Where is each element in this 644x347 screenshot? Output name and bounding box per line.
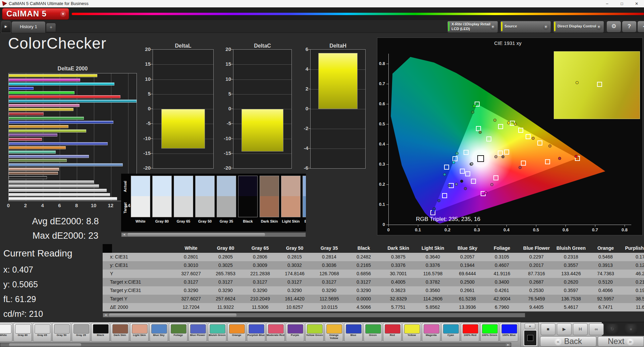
cie-target-square bbox=[493, 175, 498, 180]
scroll-right-icon[interactable]: ► bbox=[506, 343, 511, 346]
calman-logo-text: CalMAN 5 bbox=[6, 9, 47, 18]
meter-status-indicator bbox=[448, 22, 449, 31]
gridline bbox=[153, 64, 213, 65]
deltae-bar-blue-flower bbox=[9, 155, 89, 158]
table-cell: 0.2806 bbox=[243, 254, 277, 259]
cie-y-tick-label: 0.7 bbox=[373, 81, 385, 86]
deltae-bar-100-cyan bbox=[9, 82, 114, 85]
cie-target-square bbox=[471, 179, 476, 184]
patch-color-chip bbox=[346, 324, 362, 334]
table-cell: 0.3560 bbox=[416, 288, 450, 293]
title-bar: CalMAN 5 CalMAN Ultimate for Business – … bbox=[0, 0, 644, 8]
patch-button-black[interactable]: Black bbox=[91, 323, 110, 342]
patch-button-orange[interactable]: Orange bbox=[227, 323, 246, 342]
deltae-bar-yellow-green bbox=[9, 129, 86, 132]
table-cell: 0.2805 bbox=[208, 254, 243, 259]
table-scrollbar[interactable]: ◄ bbox=[103, 313, 525, 317]
target-swatch-blue-sky bbox=[303, 196, 306, 217]
table-cell: 0.3376 bbox=[416, 263, 450, 268]
table-col-header: Gray 80 bbox=[208, 245, 243, 251]
maximize-button[interactable]: □ bbox=[614, 0, 629, 7]
patch-button-blue-flower[interactable]: Blue Flower bbox=[189, 323, 207, 342]
stop-button[interactable]: ■ bbox=[541, 323, 555, 335]
patch-button-foliage[interactable]: Foliage bbox=[169, 323, 187, 342]
close-button[interactable]: ✕ bbox=[629, 0, 644, 7]
patch-button-orange-yellow[interactable]: Orange Yellow bbox=[325, 323, 343, 342]
patch-button-yellow[interactable]: Yellow bbox=[402, 323, 421, 342]
meter-dropdown[interactable]: X-Rite i1Display Retail LCD (LED) ▼ bbox=[447, 21, 498, 33]
patch-button-magenta[interactable]: Magenta bbox=[422, 323, 440, 342]
refresh-button[interactable]: ↻ bbox=[606, 324, 619, 334]
hold-button[interactable]: H bbox=[573, 323, 588, 335]
swatch-strip-scrollbar[interactable]: ◄ bbox=[121, 232, 306, 237]
scroll-left-icon[interactable]: ◄ bbox=[103, 313, 108, 317]
patch-button-purple[interactable]: Purple bbox=[286, 323, 304, 342]
help-button[interactable]: ? bbox=[622, 21, 637, 33]
record-button[interactable]: ● bbox=[625, 324, 637, 334]
collapse-panel-button[interactable]: ◀ bbox=[637, 21, 644, 33]
y-tick-label: 5 bbox=[218, 91, 231, 97]
patch-button-100-red[interactable]: 100% Red bbox=[461, 323, 479, 342]
deltae-bar-orange bbox=[9, 146, 66, 149]
deltae-bar-bluish-green bbox=[9, 151, 56, 154]
loop-button[interactable]: ∞ bbox=[589, 323, 604, 335]
settings-button[interactable]: ⚙ bbox=[606, 21, 621, 33]
patch-button-gray-50[interactable]: Gray 50 bbox=[52, 323, 71, 342]
patch-button-gray-35[interactable]: Gray 35 bbox=[72, 323, 90, 342]
patch-button-blue-sky[interactable]: Blue Sky bbox=[150, 323, 168, 342]
patch-button-dark-skin[interactable]: Dark Skin bbox=[111, 323, 129, 342]
calman-logo-menu[interactable]: CalMAN 5 ▼ bbox=[2, 8, 69, 20]
y-tick-label: 0 bbox=[138, 106, 151, 111]
table-cell: 5.4617 bbox=[554, 304, 588, 310]
minimize-button[interactable]: – bbox=[600, 0, 614, 7]
patch-button-red[interactable]: Red bbox=[383, 323, 401, 342]
next-button[interactable]: Next » bbox=[598, 336, 644, 347]
tick-mark bbox=[308, 49, 310, 50]
patch-button-100-green[interactable]: 100% Green bbox=[480, 323, 499, 342]
tick-mark bbox=[388, 225, 389, 227]
cie-target-square bbox=[498, 151, 503, 156]
tab-history-1[interactable]: History 1 bbox=[11, 21, 46, 33]
patch-strip-scrollbar[interactable]: ► bbox=[0, 343, 511, 347]
table-cell: 210.2049 bbox=[243, 296, 277, 301]
table-cell: 0.3127 bbox=[174, 279, 208, 285]
patch-button-gray-65[interactable]: Gray 65 bbox=[33, 323, 51, 342]
x-tick-label: 6 bbox=[55, 203, 63, 208]
tick-mark bbox=[231, 168, 233, 168]
patch-button-gray-80[interactable]: Gray 80 bbox=[13, 323, 32, 342]
scrollbar-thumb[interactable] bbox=[127, 233, 265, 236]
patch-button-purplish-blue[interactable]: Purplish Blue bbox=[247, 323, 265, 342]
tick-mark bbox=[477, 225, 477, 227]
deltae-bar-blue bbox=[9, 121, 113, 124]
tick-mark bbox=[386, 64, 388, 64]
layout-nav-button[interactable]: ▶ bbox=[1, 21, 11, 33]
patch-button-100-blue[interactable]: 100% Blue bbox=[500, 323, 518, 342]
source-dropdown-label: Source bbox=[504, 24, 517, 28]
patch-color-chip bbox=[190, 324, 206, 334]
table-cell: 10.6257 bbox=[277, 304, 312, 310]
patch-button-yellow-green[interactable]: Yellow Green bbox=[305, 323, 324, 342]
patch-button-bluish-green[interactable]: Bluish Green bbox=[208, 323, 226, 342]
pattern-preview-box[interactable] bbox=[524, 330, 537, 346]
pattern-up-button[interactable]: ▲ bbox=[525, 323, 535, 329]
back-button[interactable]: « Back bbox=[540, 336, 596, 347]
add-tab-button[interactable]: + bbox=[46, 23, 56, 32]
patch-button-cyan[interactable]: Cyan bbox=[441, 323, 460, 342]
table-cell: 0.3913 bbox=[588, 263, 623, 268]
table-cell: 0.2530 bbox=[519, 288, 554, 293]
display-control-dropdown[interactable]: Direct Display Control ▼ bbox=[553, 21, 604, 33]
table-cell: 76.5459 bbox=[519, 296, 554, 301]
patch-label: Red bbox=[383, 334, 401, 337]
play-button[interactable]: ▶ bbox=[557, 323, 572, 335]
scrollbar-thumb[interactable] bbox=[109, 313, 236, 317]
patch-button-green[interactable]: Green bbox=[364, 323, 382, 342]
scroll-left-icon[interactable]: ◄ bbox=[122, 233, 126, 236]
scrollbar-thumb[interactable] bbox=[9, 343, 81, 346]
patch-button-white[interactable]: White bbox=[0, 323, 12, 342]
patch-button-light-skin[interactable]: Light Skin bbox=[130, 323, 149, 342]
patch-button-blue[interactable]: Blue bbox=[344, 323, 363, 342]
table-cell: 0.3290 bbox=[243, 288, 277, 293]
patch-button-moderate-red[interactable]: Moderate Red bbox=[266, 323, 285, 342]
source-dropdown[interactable]: Source ▼ bbox=[500, 21, 551, 33]
table-cell: 0.3127 bbox=[346, 279, 381, 285]
